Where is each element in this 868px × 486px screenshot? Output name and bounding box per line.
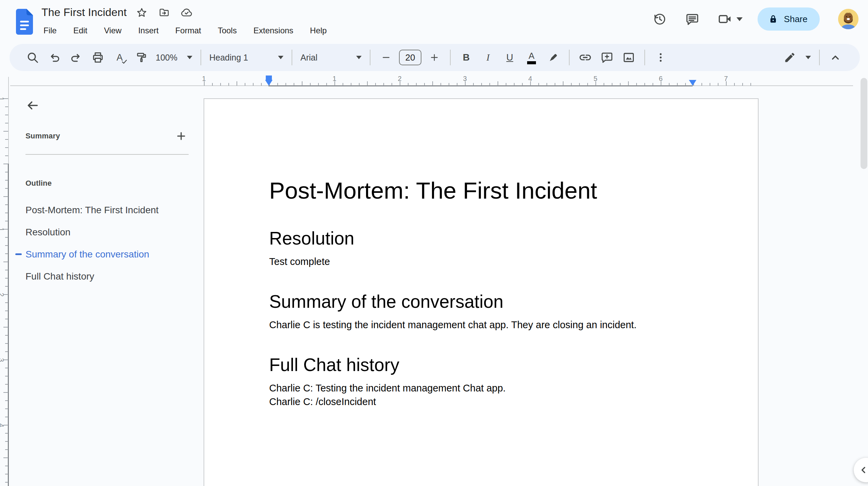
font-size-input[interactable]: 20	[399, 50, 421, 65]
video-call-button[interactable]	[717, 11, 743, 27]
insert-link-icon[interactable]	[578, 49, 593, 66]
menu-format[interactable]: Format	[173, 24, 203, 37]
add-comment-icon[interactable]	[600, 49, 614, 66]
ruler-tick	[261, 83, 262, 86]
styles-value: Heading 1	[209, 53, 248, 63]
add-summary-icon[interactable]	[174, 129, 189, 144]
ruler-tick	[5, 441, 8, 442]
bold-button[interactable]: B	[459, 49, 474, 66]
more-options-icon[interactable]	[653, 49, 668, 66]
collapse-toolbar-icon[interactable]	[828, 49, 843, 66]
doc-paragraph[interactable]: Charlie C: /closeIncident	[269, 395, 694, 408]
left-indent-marker[interactable]	[265, 80, 273, 86]
ruler-tick	[5, 335, 8, 336]
ruler-tick	[5, 286, 8, 287]
toolbar-divider	[201, 50, 201, 65]
font-value: Arial	[300, 53, 317, 63]
styles-select[interactable]: Heading 1	[209, 53, 283, 63]
increase-font-size-button[interactable]	[427, 49, 442, 66]
ruler-tick	[5, 343, 8, 344]
ruler-tick	[253, 83, 254, 86]
summary-label: Summary	[25, 132, 60, 140]
right-indent-marker[interactable]	[689, 80, 696, 86]
paint-format-icon[interactable]	[134, 49, 149, 66]
outline-item-active[interactable]: Summary of the conversation	[15, 243, 192, 265]
ruler-tick	[5, 408, 8, 409]
doc-heading[interactable]: Summary of the conversation	[269, 291, 694, 313]
toolbar-divider	[370, 50, 370, 65]
chevron-down-icon	[736, 17, 743, 21]
insert-image-icon[interactable]	[621, 49, 636, 66]
doc-heading-title[interactable]: Post-Mortem: The First Incident	[269, 177, 694, 205]
doc-paragraph[interactable]: Charlie C: Testing the incident manageme…	[269, 381, 694, 395]
menu-file[interactable]: File	[41, 24, 59, 37]
menu-view[interactable]: View	[102, 24, 124, 37]
font-select[interactable]: Arial	[300, 53, 362, 63]
version-history-icon[interactable]	[652, 11, 668, 27]
outline-item[interactable]: Post-Mortem: The First Incident	[15, 199, 192, 221]
vertical-ruler: 11234	[0, 88, 10, 486]
outline-item[interactable]: Resolution	[15, 221, 192, 243]
collapse-side-panel-button[interactable]	[854, 458, 868, 482]
menu-tools[interactable]: Tools	[216, 24, 239, 37]
spellcheck-icon[interactable]: A	[112, 49, 127, 66]
video-call-icon	[717, 11, 733, 27]
document-title[interactable]: The First Incident	[41, 6, 127, 19]
share-button[interactable]: Share	[758, 7, 820, 31]
ruler-tick	[481, 83, 482, 86]
vertical-scrollbar[interactable]	[861, 78, 867, 169]
ruler-tick	[5, 180, 8, 181]
doc-heading[interactable]: Resolution	[269, 228, 694, 249]
avatar[interactable]	[838, 9, 858, 29]
ruler-tick	[310, 83, 311, 86]
doc-paragraph[interactable]: Test complete	[269, 255, 694, 268]
ruler-number: 1	[332, 75, 336, 83]
italic-button[interactable]: I	[481, 49, 496, 66]
ruler-tick	[5, 351, 8, 352]
doc-paragraph[interactable]: Charlie C is testing the incident manage…	[269, 318, 694, 332]
document-editor[interactable]: Post-Mortem: The First Incident Resoluti…	[269, 177, 694, 408]
undo-icon[interactable]	[47, 49, 62, 66]
menu-edit[interactable]: Edit	[71, 24, 89, 37]
ruler-tick	[5, 204, 8, 205]
ruler-tick	[3, 131, 8, 132]
cloud-status-icon[interactable]	[180, 6, 193, 19]
ruler-tick	[498, 81, 498, 86]
ruler-tick	[5, 376, 8, 376]
ruler-tick	[326, 83, 327, 86]
ruler-tick	[302, 81, 302, 86]
highlight-color-button[interactable]	[546, 49, 561, 66]
search-icon[interactable]	[25, 49, 40, 66]
editing-mode-select[interactable]	[784, 51, 811, 64]
comments-icon[interactable]	[684, 11, 700, 27]
menu-help[interactable]: Help	[308, 24, 329, 37]
decrease-font-size-button[interactable]	[379, 49, 394, 66]
ruler-tick	[5, 449, 8, 450]
redo-icon[interactable]	[69, 49, 84, 66]
doc-heading[interactable]: Full Chat history	[269, 354, 694, 376]
ruler-number: 1	[0, 97, 5, 101]
star-icon[interactable]	[136, 6, 148, 19]
ruler-tick	[710, 83, 710, 86]
move-folder-icon[interactable]	[158, 6, 170, 19]
zoom-select[interactable]: 100%	[156, 53, 192, 63]
editing-mode-pencil-icon	[784, 51, 796, 64]
underline-button[interactable]: U	[502, 49, 517, 66]
ruler-tick	[3, 392, 8, 393]
ruler-tick	[5, 115, 8, 115]
close-panel-back-icon[interactable]	[23, 96, 42, 115]
print-icon[interactable]	[90, 49, 105, 66]
ruler-number: 3	[0, 358, 5, 362]
docs-logo-icon[interactable]	[15, 8, 34, 35]
share-label: Share	[784, 14, 808, 24]
toolbar-divider	[569, 50, 570, 65]
menu-extensions[interactable]: Extensions	[251, 24, 295, 37]
ruler-number: 1	[0, 228, 5, 231]
menu-insert[interactable]: Insert	[136, 24, 161, 37]
text-color-button[interactable]: A	[524, 49, 539, 66]
first-line-indent-marker[interactable]	[266, 76, 272, 80]
ruler-tick	[408, 83, 409, 86]
ruler-tick	[245, 83, 245, 86]
ruler-tick	[5, 270, 8, 270]
outline-item[interactable]: Full Chat history	[15, 265, 192, 287]
